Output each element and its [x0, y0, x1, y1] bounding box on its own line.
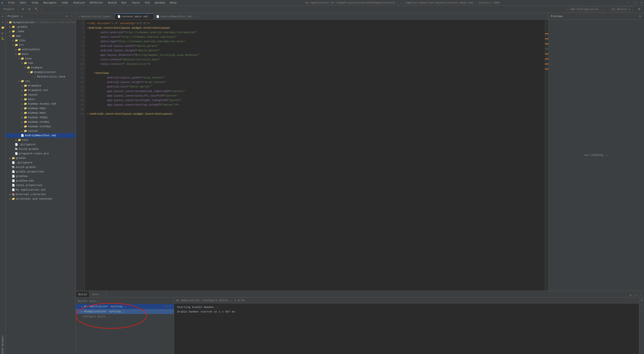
preview-settings-icon[interactable]: ⚙ — [638, 14, 642, 18]
tab-mainactivity-close[interactable]: ✕ — [111, 15, 112, 18]
project-icon[interactable]: 📁 — [0, 25, 5, 30]
tree-gradle[interactable]: ▶ 📁 .gradle — [6, 25, 76, 29]
close-btn[interactable]: ✕ — [640, 1, 642, 5]
tree-layout[interactable]: ▶ 📁 layout — [6, 93, 76, 97]
tree-androidtest[interactable]: ▶ 📁 androidTest — [6, 47, 76, 52]
tree-gradlewbat[interactable]: ▶ 📄 gradlew.bat — [6, 179, 76, 183]
menu-item-analyze[interactable]: Analyze — [72, 1, 86, 5]
toolbar-right-settings[interactable]: ⚙ — [636, 7, 642, 12]
maximize-btn[interactable]: □ — [634, 1, 636, 4]
tree-gradlew[interactable]: ▶ 📄 gradlew — [6, 174, 76, 179]
build-variants-icon[interactable]: Build Variants — [1, 335, 5, 354]
tree-res[interactable]: ▼ 📁 res — [6, 79, 76, 83]
tree-mipmap-anydpi[interactable]: ▶ 📁 mipmap-anydpi-v26 — [6, 102, 76, 106]
tree-buildgradle-app[interactable]: ▶ 🐘 build.gradle — [6, 147, 76, 151]
menu-item-file[interactable]: File — [7, 1, 16, 5]
tab-content-main[interactable]: 📄 content_main.xml ✕ — [115, 14, 154, 19]
tree-libs[interactable]: ▶ 📁 libs — [6, 38, 76, 43]
bp-icon-2[interactable]: ↑ — [640, 303, 644, 307]
toolbar-gear-btn[interactable]: ⚙ — [27, 7, 32, 12]
tree-values[interactable]: ▶ 📁 values — [6, 129, 76, 133]
tree-scratches[interactable]: ▶ 📁 Scratches and Consoles — [6, 197, 76, 201]
tab-sync[interactable]: Sync... — [90, 291, 106, 297]
run-icon[interactable]: ▶ — [0, 31, 5, 36]
tree-drawable[interactable]: ▶ 📁 drawable — [6, 83, 76, 88]
tree-localprops[interactable]: ▶ 📄 local.properties — [6, 183, 76, 188]
tree-idea[interactable]: ▶ 📁 .idea — [6, 29, 76, 34]
tree-mipmap-mdpi[interactable]: ▶ 📁 mipmap-mdpi — [6, 111, 76, 115]
stripe-mark-2[interactable] — [545, 38, 548, 39]
tree-com[interactable]: ▼ 📁 com — [6, 61, 76, 65]
menu-item-window[interactable]: Window — [154, 1, 166, 5]
panel-collapse-icon[interactable]: − — [70, 14, 74, 18]
tree-menu[interactable]: ▶ 📁 menu — [6, 97, 76, 102]
toolbar-settings-btn[interactable]: ⚙ — [20, 7, 26, 12]
toolbar-hammer-btn[interactable]: 🔨 — [33, 7, 40, 12]
bp-icon-3[interactable]: ↓ — [640, 308, 644, 313]
stripe-mark-1[interactable] — [545, 33, 548, 34]
menu-item-navigate[interactable]: Navigate — [42, 1, 58, 5]
tree-app[interactable]: ▼ 📁 app — [6, 34, 76, 38]
tree-gradleprops[interactable]: ▶ 📄 gradle.properties — [6, 169, 76, 174]
structure-icon[interactable]: ≡ — [0, 14, 5, 19]
build-item-3[interactable]: Configure build... — [76, 314, 174, 319]
tree-external-libs[interactable]: ▶ 📚 External Libraries — [6, 192, 76, 197]
menu-item-view[interactable]: View — [30, 1, 39, 5]
bottom-expand-icon[interactable]: ⤢ — [633, 293, 637, 297]
tree-mipmap-xxxhdpi[interactable]: ▶ 📁 mipmap-xxxhdpi — [6, 124, 76, 129]
bottom-settings-icon[interactable]: ⚙ — [628, 293, 632, 297]
tab-androidmanifest[interactable]: 📄 AndroidManifest.xml ✕ — [154, 14, 197, 19]
tree-mipmap-xhdpi[interactable]: ▶ 📁 mipmap-xhdpi — [6, 115, 76, 120]
minimize-btn[interactable]: ─ — [628, 1, 630, 5]
tab-mainactivity[interactable]: ☕ MainActivity.java ✕ — [76, 14, 115, 19]
menu-item-tools[interactable]: Tools — [131, 1, 141, 5]
project-label: Project ▾ — [4, 8, 14, 11]
bottom-close-icon[interactable]: − — [638, 293, 642, 297]
menu-item-refactor[interactable]: Refactor — [89, 1, 104, 5]
build-item-2[interactable]: ↻ MyApplication: syncing... — [76, 309, 174, 314]
debug-icon[interactable]: 🐛 — [0, 36, 5, 41]
project-panel-title: Project ▾ — [8, 15, 22, 18]
tree-mipmap-hdpi[interactable]: ▶ 📁 mipmap-hdpi — [6, 106, 76, 111]
menu-item-build[interactable]: Build — [107, 1, 117, 5]
tree-main[interactable]: ▼ 📁 main — [6, 52, 76, 56]
stripe-mark-3[interactable] — [545, 43, 548, 44]
tab-build[interactable]: Build — [76, 291, 90, 297]
stripe-mark-8[interactable] — [545, 69, 548, 69]
menu-item-help[interactable]: Help — [169, 1, 177, 5]
tree-test[interactable]: ▶ 📁 test — [6, 138, 76, 142]
device-selector[interactable]: No device ▾ — [610, 7, 632, 12]
tree-gitignore-root[interactable]: ▶ 📄 .gitignore — [6, 160, 76, 165]
tree-buildgradle-root[interactable]: ▶ 🐘 build.gradle — [6, 165, 76, 169]
stripe-mark-7[interactable] — [545, 64, 548, 64]
tree-mipmap-xxhdpi[interactable]: ▶ 📁 mipmap-xxhdpi — [6, 120, 76, 124]
tree-gradle-folder[interactable]: ▶ 📁 gradle — [6, 156, 76, 160]
tree-androidmanifest[interactable]: ▶ 📄 AndroidManifest.xml — [6, 133, 76, 138]
tree-proguard[interactable]: ▶ 📄 proguard-rules.pro — [6, 151, 76, 156]
tree-myapp-iml[interactable]: ▶ 📄 My Application.iml — [6, 188, 76, 192]
menu-item-edit[interactable]: Edit — [19, 1, 27, 5]
tree-drawable-v24[interactable]: ▶ 📁 drawable-v24 — [6, 88, 76, 93]
project-view-btn[interactable]: Project ▾ — [2, 7, 16, 12]
tree-example[interactable]: ▼ 📁 example — [6, 65, 76, 70]
code-content[interactable]: <?xml version="1.0" encoding="utf-8"?> <… — [85, 20, 545, 291]
panel-settings-icon[interactable]: ⚙ — [65, 14, 69, 18]
stripe-mark-5[interactable] — [545, 54, 548, 54]
stripe-mark-6[interactable] — [545, 59, 548, 59]
stripe-mark-4[interactable] — [545, 49, 548, 49]
build-item-1[interactable]: ↻ My Application: syncing... 1 m 54 — [76, 304, 174, 309]
favorites-icon[interactable]: ★ — [0, 20, 5, 25]
tab-content-close[interactable]: ✕ — [149, 15, 151, 18]
tree-mainactivity[interactable]: ▶ ☕ MainActivity.java — [6, 74, 76, 79]
bp-icon-1[interactable]: ⟳ — [640, 298, 644, 302]
tree-java[interactable]: ▼ 📁 java — [6, 56, 76, 61]
tree-root[interactable]: ▼ 📁 MyApplication D:\IdeaProjects\Androi… — [6, 20, 76, 25]
menu-item-code[interactable]: Code — [61, 1, 69, 5]
tree-myapplication[interactable]: ▼ 📁 myapplication — [6, 70, 76, 74]
menu-item-run[interactable]: Run — [120, 1, 128, 5]
menu-item-vcs[interactable]: VCS — [144, 1, 151, 5]
add-config-btn[interactable]: Add Configuration... — [568, 7, 606, 12]
tree-src[interactable]: ▼ 📁 src — [6, 43, 76, 47]
tree-gitignore-app[interactable]: ▶ 📄 .gitignore — [6, 142, 76, 147]
tab-manifest-close[interactable]: ✕ — [193, 15, 194, 18]
